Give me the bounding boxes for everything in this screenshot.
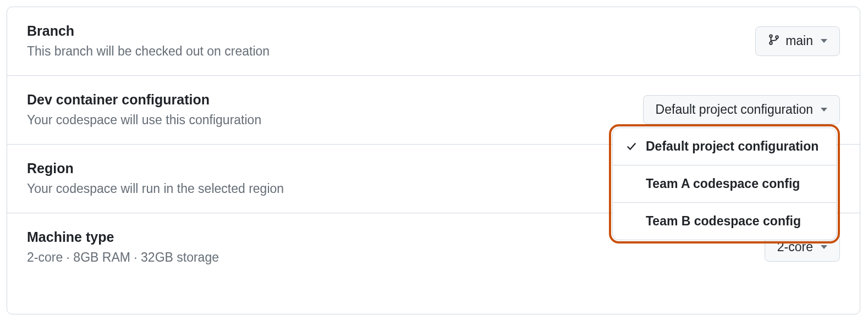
machine-type-title: Machine type — [27, 229, 219, 245]
region-title: Region — [27, 160, 284, 176]
dropdown-item-team-b-config[interactable]: Team B codespace config — [613, 203, 836, 240]
codespace-create-options-panel: Branch This branch will be checked out o… — [7, 7, 860, 314]
caret-down-icon — [821, 245, 827, 249]
dropdown-item-team-a-config[interactable]: Team A codespace config — [613, 165, 836, 203]
region-subtitle: Your codespace will run in the selected … — [27, 181, 284, 197]
machine-type-subtitle: 2-core · 8GB RAM · 32GB storage — [27, 250, 219, 266]
branch-title: Branch — [27, 23, 270, 39]
svg-point-1 — [770, 42, 772, 45]
dev-container-dropdown-wrap: Default project configuration Team A cod… — [609, 124, 840, 243]
row-machine-type-text: Machine type 2-core · 8GB RAM · 32GB sto… — [27, 229, 219, 266]
caret-down-icon — [821, 39, 827, 43]
dev-container-subtitle: Your codespace will use this configurati… — [27, 112, 261, 129]
svg-point-0 — [770, 35, 772, 37]
row-branch-text: Branch This branch will be checked out o… — [27, 23, 270, 60]
row-dev-container-text: Dev container configuration Your codespa… — [27, 91, 261, 129]
dropdown-item-label: Team B codespace config — [646, 214, 801, 229]
dev-container-selector-button[interactable]: Default project configuration — [643, 95, 840, 124]
caret-down-icon — [821, 108, 827, 112]
branch-selector-label: main — [785, 34, 813, 48]
branch-selector-button[interactable]: main — [755, 26, 840, 56]
row-branch: Branch This branch will be checked out o… — [7, 7, 860, 76]
dropdown-item-label: Default project configuration — [646, 139, 818, 154]
dropdown-item-default-config[interactable]: Default project configuration — [613, 128, 836, 165]
row-dev-container: Dev container configuration Your codespa… — [7, 76, 860, 145]
dev-container-title: Dev container configuration — [27, 91, 261, 108]
check-icon — [625, 140, 638, 152]
branch-subtitle: This branch will be checked out on creat… — [27, 43, 270, 60]
row-region-text: Region Your codespace will run in the se… — [27, 160, 284, 197]
dev-container-dropdown-menu: Default project configuration Team A cod… — [612, 128, 837, 240]
dropdown-item-label: Team A codespace config — [646, 176, 800, 191]
dev-container-selector-label: Default project configuration — [656, 102, 813, 117]
annotation-highlight-box: Default project configuration Team A cod… — [609, 124, 840, 243]
svg-point-2 — [776, 36, 778, 38]
git-branch-icon — [768, 34, 780, 49]
